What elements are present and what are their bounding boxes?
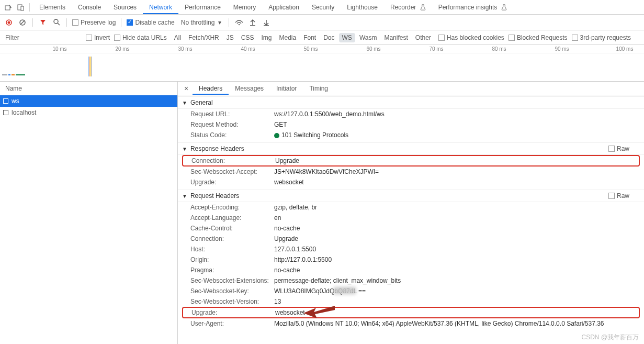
header-value: Upgrade bbox=[275, 157, 299, 164]
third-party-checkbox[interactable]: 3rd-party requests bbox=[572, 34, 631, 41]
import-icon[interactable] bbox=[248, 18, 257, 27]
request-list: Name wslocalhost bbox=[0, 82, 178, 344]
header-row: Upgrade:websocket bbox=[182, 307, 640, 318]
svg-point-9 bbox=[239, 24, 240, 25]
filter-type-manifest[interactable]: Manifest bbox=[381, 33, 411, 42]
svg-rect-0 bbox=[5, 6, 10, 10]
filter-type-all[interactable]: All bbox=[171, 33, 184, 42]
throttling-select[interactable]: No throttling ▾ bbox=[179, 18, 223, 27]
raw-checkbox[interactable]: Raw bbox=[608, 192, 629, 199]
filter-type-ws[interactable]: WS bbox=[339, 33, 355, 42]
search-icon[interactable] bbox=[52, 18, 61, 27]
header-row: Pragma:no-cache bbox=[178, 265, 644, 275]
filter-type-css[interactable]: CSS bbox=[238, 33, 257, 42]
header-row: Origin:http://127.0.0.1:5500 bbox=[178, 254, 644, 265]
network-timeline[interactable]: 10 ms20 ms30 ms40 ms50 ms60 ms70 ms80 ms… bbox=[0, 45, 644, 82]
svg-point-4 bbox=[8, 21, 10, 24]
filter-type-fetch-xhr[interactable]: Fetch/XHR bbox=[185, 33, 222, 42]
header-row: Sec-Websocket-Extensions:permessage-defl… bbox=[178, 275, 644, 286]
clear-button[interactable] bbox=[18, 18, 27, 27]
request-detail: × HeadersMessagesInitiatorTiming ▼Genera… bbox=[178, 82, 644, 344]
timeline-marks-right bbox=[88, 54, 94, 79]
detail-tab-timing[interactable]: Timing bbox=[303, 82, 334, 95]
filter-icon[interactable] bbox=[38, 18, 48, 27]
timeline-tick: 30 ms bbox=[178, 46, 192, 52]
general-title[interactable]: ▼General bbox=[178, 96, 644, 109]
header-value: ws://127.0.0.1:5500/web_demo.html/ws bbox=[274, 110, 385, 118]
tab-security[interactable]: Security bbox=[306, 1, 341, 14]
tab-console[interactable]: Console bbox=[72, 1, 107, 14]
header-row: Status Code:101 Switching Protocols bbox=[178, 130, 644, 140]
timeline-tick: 50 ms bbox=[303, 46, 318, 52]
filter-type-wasm[interactable]: Wasm bbox=[356, 33, 380, 42]
preserve-log-checkbox[interactable]: Preserve log bbox=[72, 19, 116, 26]
tab-application[interactable]: Application bbox=[262, 1, 306, 14]
inspect-icon[interactable] bbox=[3, 2, 14, 13]
filter-type-img[interactable]: Img bbox=[258, 33, 275, 42]
tab-performance[interactable]: Performance bbox=[178, 1, 227, 14]
header-row: Accept-Language:en bbox=[178, 213, 644, 223]
header-row: Request Method:GET bbox=[178, 119, 644, 130]
svg-rect-2 bbox=[21, 6, 24, 10]
filter-input[interactable] bbox=[3, 32, 82, 43]
list-header-name[interactable]: Name bbox=[0, 82, 177, 95]
tab-elements[interactable]: Elements bbox=[33, 1, 72, 14]
header-value: websocket bbox=[275, 309, 305, 316]
header-row: Sec-Websocket-Version:13 bbox=[178, 296, 644, 307]
header-row: Connection:Upgrade bbox=[182, 155, 640, 167]
header-row: Sec-Websocket-Key:WLU3AO8IMGq0JdQbQ87dL … bbox=[178, 286, 644, 296]
header-key: Host: bbox=[190, 246, 274, 253]
header-row: Cache-Control:no-cache bbox=[178, 223, 644, 234]
header-value: GET bbox=[274, 121, 287, 128]
tab-lighthouse[interactable]: Lighthouse bbox=[341, 1, 384, 14]
tab-network[interactable]: Network bbox=[143, 1, 178, 14]
header-key: User-Agent: bbox=[190, 320, 274, 327]
request-name: localhost bbox=[12, 109, 36, 116]
header-key: Cache-Control: bbox=[190, 225, 274, 232]
tab-sources[interactable]: Sources bbox=[107, 1, 143, 14]
request-row[interactable]: ws bbox=[0, 95, 177, 107]
detail-tab-initiator[interactable]: Initiator bbox=[270, 82, 303, 95]
tab-performance-insights[interactable]: Performance insights bbox=[432, 1, 513, 14]
detail-tab-messages[interactable]: Messages bbox=[229, 82, 270, 95]
svg-line-6 bbox=[20, 20, 25, 25]
filter-type-media[interactable]: Media bbox=[276, 33, 299, 42]
request-headers-title[interactable]: ▼Request Headers Raw bbox=[178, 190, 644, 202]
response-headers-title[interactable]: ▼Response Headers Raw bbox=[178, 142, 644, 155]
header-value: Upgrade bbox=[274, 235, 298, 242]
network-conditions-icon[interactable] bbox=[234, 18, 244, 27]
file-icon bbox=[3, 110, 8, 115]
header-value: 127.0.0.1:5500 bbox=[274, 246, 316, 253]
request-row[interactable]: localhost bbox=[0, 107, 177, 118]
device-toggle-icon[interactable] bbox=[16, 2, 26, 13]
disable-cache-checkbox[interactable]: Disable cache bbox=[127, 19, 174, 26]
header-value: no-cache bbox=[274, 225, 300, 232]
watermark: CSDN @我年薪百万 bbox=[581, 333, 639, 342]
filter-type-doc[interactable]: Doc bbox=[320, 33, 337, 42]
hide-dataurls-checkbox[interactable]: Hide data URLs bbox=[114, 34, 167, 41]
timeline-tick: 10 ms bbox=[52, 46, 66, 52]
filter-type-other[interactable]: Other bbox=[412, 33, 434, 42]
close-icon[interactable]: × bbox=[181, 84, 191, 93]
tab-recorder[interactable]: Recorder bbox=[384, 1, 432, 14]
timeline-tick: 90 ms bbox=[555, 46, 569, 52]
raw-checkbox[interactable]: Raw bbox=[608, 145, 629, 152]
blocked-cookies-checkbox[interactable]: Has blocked cookies bbox=[438, 34, 504, 41]
export-icon[interactable] bbox=[262, 18, 271, 27]
devtools-main-tabs: ElementsConsoleSourcesNetworkPerformance… bbox=[0, 0, 644, 15]
tab-memory[interactable]: Memory bbox=[227, 1, 262, 14]
detail-tabs: × HeadersMessagesInitiatorTiming bbox=[178, 82, 644, 95]
invert-checkbox[interactable]: Invert bbox=[86, 34, 110, 41]
filter-type-js[interactable]: JS bbox=[223, 33, 237, 42]
header-key: Request Method: bbox=[190, 121, 274, 128]
record-button[interactable] bbox=[4, 18, 14, 27]
filter-type-font[interactable]: Font bbox=[300, 33, 319, 42]
divider bbox=[121, 18, 121, 27]
header-value: websocket bbox=[274, 179, 304, 186]
timeline-tick: 70 ms bbox=[429, 46, 443, 52]
header-value: 101 Switching Protocols bbox=[274, 131, 348, 139]
blocked-requests-checkbox[interactable]: Blocked Requests bbox=[509, 34, 568, 41]
detail-tab-headers[interactable]: Headers bbox=[193, 82, 229, 95]
header-key: Sec-Websocket-Key: bbox=[190, 287, 274, 295]
disable-cache-label: Disable cache bbox=[135, 19, 174, 26]
